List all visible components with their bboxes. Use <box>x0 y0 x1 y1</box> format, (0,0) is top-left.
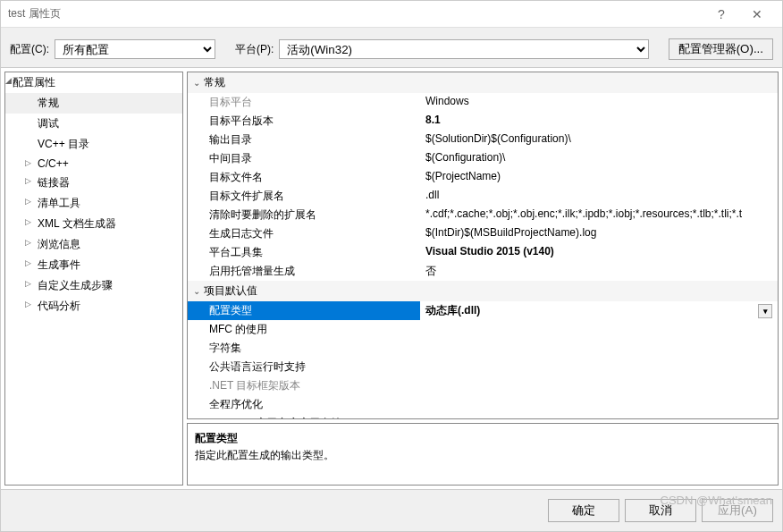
tree-item-label: 清单工具 <box>38 197 80 209</box>
tree-item-label: 常规 <box>38 97 59 109</box>
chevron-down-icon: ⌄ <box>193 286 204 296</box>
property-value[interactable] <box>420 376 778 395</box>
tree-item[interactable]: ▷代码分析 <box>5 296 182 317</box>
tree-item-label: C/C++ <box>38 157 69 170</box>
content-area: ◢ 配置属性 常规调试VC++ 目录▷C/C++▷链接器▷清单工具▷XML 文档… <box>1 67 782 489</box>
platform-label: 平台(P): <box>235 42 274 57</box>
tree-item-label: 调试 <box>38 117 59 130</box>
property-row[interactable]: 字符集 <box>188 339 778 358</box>
property-label: 中间目录 <box>188 149 420 168</box>
tree-item-label: VC++ 目录 <box>38 138 89 150</box>
chevron-right-icon: ▷ <box>25 217 31 226</box>
property-value[interactable]: Windows <box>420 93 778 112</box>
chevron-right-icon: ▷ <box>25 158 31 167</box>
group-header[interactable]: ⌄项目默认值 <box>188 281 778 301</box>
property-value[interactable]: $(ProjectName) <box>420 168 778 187</box>
tree-item[interactable]: ▷XML 文档生成器 <box>5 214 182 234</box>
tree-item-label: XML 文档生成器 <box>38 217 116 230</box>
close-button[interactable]: ✕ <box>739 7 775 21</box>
property-label: 输出目录 <box>188 131 420 149</box>
tree-item[interactable]: 常规 <box>5 93 182 114</box>
property-pages-window: test 属性页 ? ✕ 配置(C): 所有配置 平台(P): 活动(Win32… <box>0 0 783 532</box>
property-row[interactable]: 启用托管增量生成否 <box>188 262 778 281</box>
description-title: 配置类型 <box>195 431 770 446</box>
tree-item-label: 代码分析 <box>38 300 80 312</box>
tree-item-label: 浏览信息 <box>38 238 80 250</box>
property-label: 配置类型 <box>188 301 420 320</box>
tree-item[interactable]: ▷链接器 <box>5 173 182 193</box>
property-value[interactable]: 8.1 <box>420 112 778 131</box>
property-label: 平台工具集 <box>188 243 420 262</box>
group-header[interactable]: ⌄常规 <box>188 72 778 93</box>
property-value[interactable]: 否 <box>420 262 778 281</box>
property-value[interactable]: $(IntDir)$(MSBuildProjectName).log <box>420 224 778 243</box>
chevron-right-icon: ▷ <box>25 258 31 267</box>
property-row[interactable]: MFC 的使用 <box>188 320 778 339</box>
property-row[interactable]: 清除时要删除的扩展名*.cdf;*.cache;*.obj;*.obj.enc;… <box>188 206 778 224</box>
property-label: 启用托管增量生成 <box>188 262 420 281</box>
property-value[interactable] <box>420 414 778 419</box>
property-value[interactable] <box>420 339 778 358</box>
dialog-footer: 确定 取消 应用(A) <box>1 489 782 531</box>
platform-select[interactable]: 活动(Win32) <box>279 39 648 59</box>
tree-item[interactable]: ▷C/C++ <box>5 155 182 173</box>
tree-item[interactable]: ▷浏览信息 <box>5 234 182 255</box>
property-row[interactable]: 目标文件扩展名.dll <box>188 187 778 206</box>
tree-item[interactable]: ▷清单工具 <box>5 193 182 214</box>
property-label: 生成日志文件 <box>188 224 420 243</box>
property-label: 目标文件名 <box>188 168 420 187</box>
property-row[interactable]: 目标平台版本8.1 <box>188 112 778 131</box>
main-panel: ⌄常规目标平台Windows目标平台版本8.1输出目录$(SolutionDir… <box>187 72 779 486</box>
property-value[interactable]: $(Configuration)\ <box>420 149 778 168</box>
property-value[interactable] <box>420 358 778 376</box>
property-row[interactable]: 目标文件名$(ProjectName) <box>188 168 778 187</box>
description-box: 配置类型 指定此配置生成的输出类型。 <box>187 423 779 486</box>
category-tree[interactable]: ◢ 配置属性 常规调试VC++ 目录▷C/C++▷链接器▷清单工具▷XML 文档… <box>4 72 183 486</box>
tree-item-label: 自定义生成步骤 <box>38 279 113 291</box>
dropdown-button[interactable]: ▾ <box>758 304 772 318</box>
property-row[interactable]: .NET 目标框架版本 <box>188 376 778 395</box>
property-value[interactable]: .dll <box>420 187 778 206</box>
property-value[interactable]: *.cdf;*.cache;*.obj;*.obj.enc;*.ilk;*.ip… <box>420 206 778 224</box>
property-row[interactable]: 配置类型动态库(.dll)▾ <box>188 301 778 320</box>
property-row[interactable]: 平台工具集Visual Studio 2015 (v140) <box>188 243 778 262</box>
config-label: 配置(C): <box>10 42 49 57</box>
property-row[interactable]: 全程序优化 <box>188 395 778 414</box>
apply-button[interactable]: 应用(A) <box>702 499 773 522</box>
property-row[interactable]: 生成日志文件$(IntDir)$(MSBuildProjectName).log <box>188 224 778 243</box>
property-label: 全程序优化 <box>188 395 420 414</box>
ok-button[interactable]: 确定 <box>548 499 619 522</box>
chevron-right-icon: ▷ <box>25 279 31 288</box>
cancel-button[interactable]: 取消 <box>625 499 696 522</box>
property-value[interactable]: Visual Studio 2015 (v140) <box>420 243 778 262</box>
property-label: 目标文件扩展名 <box>188 187 420 206</box>
property-row[interactable]: 输出目录$(SolutionDir)$(Configuration)\ <box>188 131 778 149</box>
chevron-right-icon: ▷ <box>25 176 31 185</box>
property-label: .NET 目标框架版本 <box>188 376 420 395</box>
property-value[interactable]: 动态库(.dll)▾ <box>420 301 778 320</box>
property-value[interactable]: $(SolutionDir)$(Configuration)\ <box>420 131 778 149</box>
property-row[interactable]: Windows 应用商店应用支持 <box>188 414 778 419</box>
property-grid[interactable]: ⌄常规目标平台Windows目标平台版本8.1输出目录$(SolutionDir… <box>187 72 779 419</box>
property-row[interactable]: 中间目录$(Configuration)\ <box>188 149 778 168</box>
tree-root[interactable]: ◢ 配置属性 <box>5 72 182 93</box>
property-row[interactable]: 公共语言运行时支持 <box>188 358 778 376</box>
property-value[interactable] <box>420 395 778 414</box>
chevron-down-icon: ◢ <box>5 76 12 85</box>
chevron-right-icon: ▷ <box>25 300 31 308</box>
property-label: Windows 应用商店应用支持 <box>188 414 420 419</box>
config-select[interactable]: 所有配置 <box>55 39 215 59</box>
tree-item[interactable]: VC++ 目录 <box>5 134 182 155</box>
tree-item[interactable]: 调试 <box>5 114 182 134</box>
tree-item-label: 链接器 <box>38 176 70 189</box>
config-toolbar: 配置(C): 所有配置 平台(P): 活动(Win32) 配置管理器(O)... <box>1 28 782 67</box>
tree-item[interactable]: ▷生成事件 <box>5 255 182 275</box>
config-manager-button[interactable]: 配置管理器(O)... <box>669 38 773 60</box>
property-row[interactable]: 目标平台Windows <box>188 93 778 112</box>
property-value[interactable] <box>420 320 778 339</box>
tree-item[interactable]: ▷自定义生成步骤 <box>5 275 182 296</box>
property-label: 字符集 <box>188 339 420 358</box>
help-button[interactable]: ? <box>703 7 739 21</box>
chevron-right-icon: ▷ <box>25 197 31 206</box>
chevron-down-icon: ⌄ <box>193 78 204 88</box>
